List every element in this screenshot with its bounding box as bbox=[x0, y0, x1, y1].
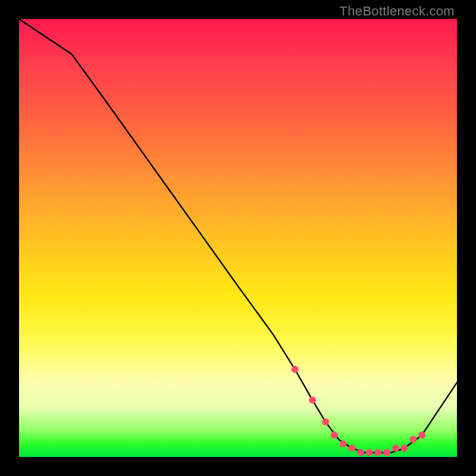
highlight-dot bbox=[348, 444, 355, 452]
highlight-dot bbox=[418, 431, 425, 439]
highlight-dot bbox=[309, 396, 316, 403]
highlight-dot bbox=[392, 444, 399, 452]
bottleneck-curve-svg bbox=[19, 19, 457, 457]
bottleneck-curve-path bbox=[19, 19, 457, 453]
highlight-dot bbox=[375, 449, 382, 456]
chart-frame: TheBottleneck.com bbox=[0, 0, 476, 476]
highlight-dot bbox=[292, 366, 299, 373]
watermark-text: TheBottleneck.com bbox=[340, 4, 455, 19]
highlight-dot bbox=[331, 431, 338, 439]
highlight-dots-group bbox=[292, 366, 425, 456]
highlight-dot bbox=[383, 449, 390, 456]
highlight-dot bbox=[322, 418, 329, 425]
highlight-dot bbox=[401, 444, 408, 452]
highlight-dot bbox=[409, 436, 416, 443]
highlight-dot bbox=[357, 449, 364, 456]
highlight-dot bbox=[366, 449, 373, 456]
highlight-dot bbox=[340, 440, 347, 447]
